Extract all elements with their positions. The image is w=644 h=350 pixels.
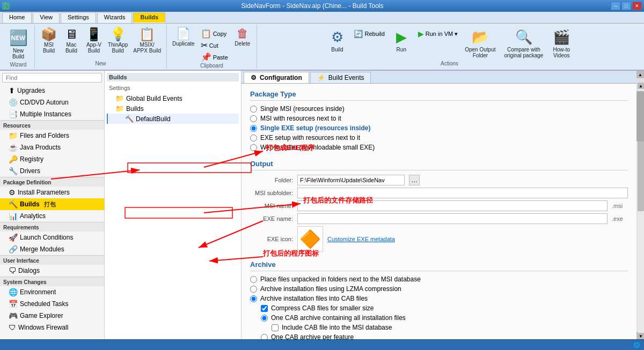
radio-lzma[interactable]: Archive installation files using LZMA co… [250,285,628,293]
resources-section: Resources [0,120,104,130]
sidebar-item-java-products[interactable]: ☕ Java Products [0,142,104,153]
wizard-group-label: Wizard [10,62,26,69]
thinapp-build-button[interactable]: 💡 ThinAppBuild [106,27,130,55]
tab-build-events[interactable]: ⚡ Build Events [310,72,371,83]
radio-cab-files-input[interactable] [250,295,257,302]
checkbox-compress-cab[interactable]: Compress CAB files for smaller size [250,304,628,312]
tree-item-default-build[interactable]: 🔨 DefaultBuild [107,114,239,124]
radio-one-cab[interactable]: One CAB archive containing all installat… [250,314,628,322]
merge-modules-label: Merge Modules [20,245,64,253]
sidebar-item-environment[interactable]: 🌐 Environment [0,286,104,298]
cd-dvd-label: CD/DVD Autorun [20,99,69,106]
radio-single-msi-input[interactable] [250,106,257,113]
include-cab-checkbox[interactable] [272,324,279,331]
radio-place-unpacked-input[interactable] [250,276,257,283]
sidebar-item-upgrades[interactable]: ⬆ Upgrades [0,85,104,96]
radio-web-installer[interactable]: Web installer (downloadable small EXE) [250,144,628,151]
tab-builds[interactable]: Builds [133,12,165,23]
radio-place-unpacked[interactable]: Place files unpacked in folders next to … [250,275,628,283]
mac-build-button[interactable]: 🖥 MacBuild [61,27,82,55]
open-output-label: Open OutputFolder [465,47,495,58]
radio-cab-files-label: Archive installation files into CAB file… [260,295,368,302]
exe-name-input[interactable] [297,213,608,224]
radio-single-exe[interactable]: Single EXE setup (resources inside) [250,124,628,132]
exe-icon-label: EXE icon: [250,236,293,242]
checkbox-include-cab[interactable]: Include CAB file into the MSI database [250,324,628,331]
sidebar-item-builds[interactable]: 🔨 Builds 打包 [0,198,104,210]
radio-msi-resources-next-input[interactable] [250,115,257,122]
delete-button[interactable]: 🗑 Delete [232,27,253,48]
radio-lzma-input[interactable] [250,286,257,293]
sidebar-item-windows-firewall[interactable]: 🛡 Windows Firewall [0,322,104,333]
msix-build-button[interactable]: 📋 MSIX/APPX Build [131,27,163,55]
run-button[interactable]: ▶ Run [389,27,414,55]
sidebar-item-cd-dvd[interactable]: 💿 CD/DVD Autorun [0,96,104,108]
msi-subfolder-input[interactable] [297,188,628,198]
config-scroll-up[interactable]: ▲ [636,71,644,78]
tree-item-builds[interactable]: 📁 Builds [107,103,239,114]
sidebar-item-install-params[interactable]: ⚙ Install Parameters [0,187,104,198]
msix-icon: 📋 [139,28,155,41]
delete-label: Delete [235,41,250,47]
radio-one-cab-feature-input[interactable] [261,334,268,340]
search-input[interactable] [2,73,102,83]
appv-build-button[interactable]: 📱 App-VBuild [83,27,105,55]
run-in-vm-button[interactable]: ▶ Run in VM ▾ [416,29,459,39]
folder-input[interactable] [297,175,405,185]
rebuild-button[interactable]: 🔄 Rebuild [352,29,386,39]
sidebar-item-launch-conditions[interactable]: 🚀 Launch Conditions [0,232,104,243]
tab-configuration[interactable]: ⚙ Configuration [244,72,309,83]
msi-label: MSIBuild [43,42,55,54]
sidebar-item-scheduled-tasks[interactable]: 📅 Scheduled Tasks [0,298,104,310]
radio-single-exe-input[interactable] [250,125,257,132]
folder-browse-button[interactable]: … [409,175,420,185]
sidebar-item-drivers[interactable]: 🔧 Drivers [0,165,104,177]
sidebar-item-dialogs[interactable]: 🗨 Dialogs [0,265,104,277]
sidebar-item-multiple-instances[interactable]: 📑 Multiple Instances [0,108,104,120]
sidebar-item-registry[interactable]: 🔑 Registry [0,153,104,165]
open-output-button[interactable]: 📂 Open OutputFolder [462,27,499,61]
build-button[interactable]: ⚙ Build [324,27,350,55]
compare-button[interactable]: 🔍 Compare withoriginal package [501,27,546,61]
paste-button[interactable]: 📌 Paste [199,51,230,63]
copy-button[interactable]: 📋 Copy [199,28,230,39]
compress-cab-label: Compress CAB files for smaller size [271,304,374,312]
howto-button[interactable]: 🎬 How-toVideos [548,27,574,61]
sidebar-item-analytics[interactable]: 📊 Analytics [0,210,104,222]
new-build-button[interactable]: 🆕 NewBuild [5,27,31,62]
sidebar-item-game-explorer[interactable]: 🎮 Game Explorer [0,310,104,322]
title-bar-controls: ─ □ ✕ [611,2,642,10]
radio-msi-resources-next[interactable]: MSI with resources next to it [250,115,628,122]
config-scrollbar[interactable]: ▲ ▼ [636,71,644,339]
duplicate-button[interactable]: 📄 Duplicate [170,27,197,48]
right-area: Builds Settings 📁 Global Build Events 📁 … [105,71,644,339]
msi-build-button[interactable]: 📦 MSIBuild [38,27,60,55]
tree-item-global-build-events[interactable]: 📁 Global Build Events [107,93,239,103]
config-scroll-thumb[interactable] [636,91,644,142]
minimize-button[interactable]: ─ [611,2,620,10]
status-right: 🌐 [633,342,640,348]
msi-name-input[interactable] [297,200,608,211]
launch-conditions-label: Launch Conditions [20,234,73,241]
radio-web-installer-input[interactable] [250,144,257,151]
tab-wizards[interactable]: Wizards [97,12,133,23]
compress-cab-checkbox[interactable] [261,305,268,312]
radio-one-cab-input[interactable] [261,315,268,322]
radio-one-cab-feature[interactable]: One CAB archive per feature [250,333,628,339]
cut-button[interactable]: ✂ Cut [199,40,230,51]
radio-exe-resources-next[interactable]: EXE setup with resources next to it [250,134,628,142]
install-params-label: Install Parameters [18,189,70,196]
tab-home[interactable]: Home [2,12,32,23]
radio-cab-files[interactable]: Archive installation files into CAB file… [250,295,628,302]
tab-view[interactable]: View [33,12,60,23]
ribbon-group-new: 📦 MSIBuild 🖥 MacBuild 📱 App-VBuild 💡 Thi… [35,25,167,69]
tab-settings[interactable]: Settings [61,12,96,23]
sidebar-item-files-folders[interactable]: 📁 Files and Folders [0,130,104,142]
sidebar-item-merge-modules[interactable]: 🔗 Merge Modules [0,243,104,255]
title-bar: 🔨 SideNavForm - SideNav.aip (Chine... - … [0,0,644,12]
close-button[interactable]: ✕ [632,2,642,10]
radio-single-msi[interactable]: Single MSI (resources inside) [250,105,628,113]
customize-exe-link[interactable]: Customize EXE metadata [327,236,395,242]
radio-exe-resources-next-input[interactable] [250,135,257,142]
maximize-button[interactable]: □ [621,2,631,10]
